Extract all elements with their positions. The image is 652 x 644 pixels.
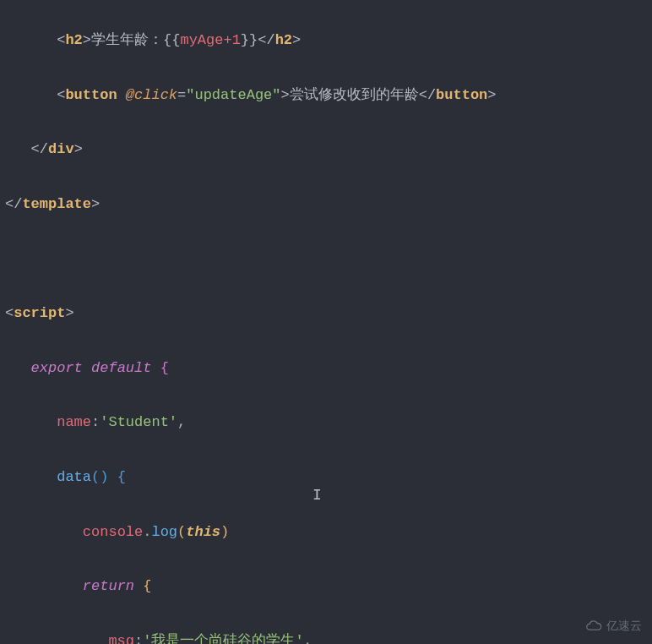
code-line: <button @click="updateAge">尝试修改收到的年龄</bu… [0, 82, 652, 109]
code-line: return { [0, 573, 652, 600]
kw-default: default [91, 360, 151, 376]
method-log: log [151, 524, 177, 540]
code-line: </template> [0, 191, 652, 218]
code-line: data() { [0, 464, 652, 491]
val-msg: '我是一个尚硅谷的学生' [143, 633, 303, 644]
tag-button-close: button [436, 87, 487, 103]
button-text: 尝试修改收到的年龄 [290, 87, 419, 103]
val-student: 'Student' [100, 414, 177, 430]
text-student-age: 学生年龄： [91, 32, 163, 48]
code-line: <h2>学生年龄：{{myAge+1}}</h2> [0, 27, 652, 54]
prop-msg: msg [108, 633, 134, 644]
code-line: msg:'我是一个尚硅谷的学生', [0, 628, 652, 644]
code-line: <script> [0, 300, 652, 327]
tag-h2-open: h2 [65, 32, 82, 48]
attr-val-updateage: updateAge [194, 87, 272, 103]
tag-template-close: template [22, 196, 91, 212]
watermark-text: 亿速云 [606, 614, 642, 637]
code-line: name:'Student', [0, 409, 652, 436]
tag-h2-close: h2 [275, 32, 292, 48]
attr-click: @click [126, 87, 177, 103]
prop-name: name [57, 414, 91, 430]
kw-export: export [31, 360, 83, 376]
tag-button-open: button [65, 87, 117, 103]
method-data: data [57, 469, 91, 485]
tag-div-close: div [48, 141, 74, 157]
code-line: export default { [0, 355, 652, 382]
code-line: </div> [0, 136, 652, 163]
kw-this: this [186, 524, 220, 540]
watermark: 亿速云 [584, 614, 642, 637]
code-line [0, 246, 652, 273]
tag-script-open: script [14, 305, 65, 321]
code-line: console.log(this) [0, 519, 652, 546]
ident-console: console [83, 524, 143, 540]
kw-return: return [83, 578, 134, 594]
expr-myage: myAge+1 [180, 32, 240, 48]
code-editor[interactable]: <h2>学生年龄：{{myAge+1}}</h2> <button @click… [0, 0, 652, 644]
cloud-icon [584, 619, 603, 633]
